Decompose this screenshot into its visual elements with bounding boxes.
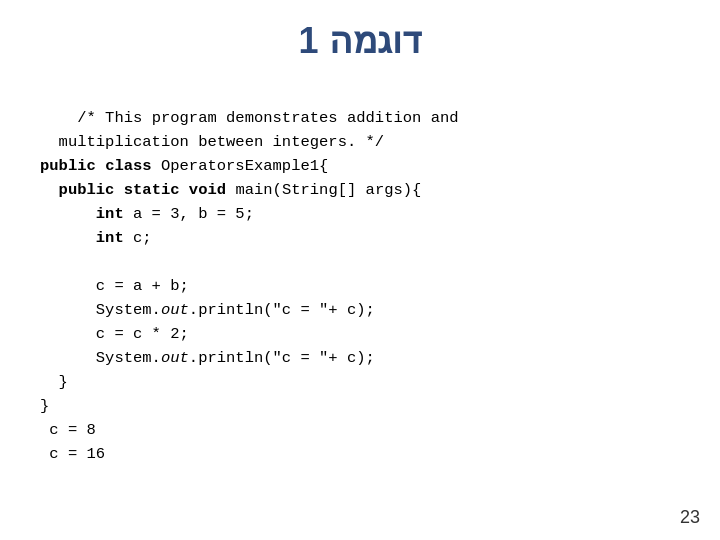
class-keyword: class bbox=[105, 157, 152, 175]
code-line-sysout1: System.out.println("c = "+ c); bbox=[96, 301, 375, 319]
page-number: 23 bbox=[680, 507, 700, 528]
output-c8: c = 8 bbox=[40, 421, 96, 439]
void-keyword: void bbox=[189, 181, 226, 199]
slide-container: דוגמה 1 /* This program demonstrates add… bbox=[0, 0, 720, 540]
slide-title: דוגמה 1 bbox=[40, 20, 680, 62]
main-signature: main(String[] args){ bbox=[226, 181, 421, 199]
int2-rest: c; bbox=[124, 229, 152, 247]
closing-brace-2: } bbox=[40, 397, 49, 415]
class-name: OperatorsExample1{ bbox=[152, 157, 329, 175]
static-keyword: static bbox=[124, 181, 180, 199]
int-keyword-2: int bbox=[96, 229, 124, 247]
code-line-c2: c = c * 2; bbox=[96, 325, 189, 343]
public-keyword-2: public bbox=[59, 181, 115, 199]
code-block: /* This program demonstrates addition an… bbox=[40, 82, 680, 490]
code-line-sysout2: System.out.println("c = "+ c); bbox=[96, 349, 375, 367]
code-line-c1: c = a + b; bbox=[96, 277, 189, 295]
closing-brace-1: } bbox=[59, 373, 68, 391]
int1-rest: a = 3, b = 5; bbox=[124, 205, 254, 223]
output-c16: c = 16 bbox=[40, 445, 105, 463]
public-keyword-1: public bbox=[40, 157, 96, 175]
int-keyword-1: int bbox=[96, 205, 124, 223]
comment-line1: /* This program demonstrates addition an… bbox=[40, 109, 459, 151]
